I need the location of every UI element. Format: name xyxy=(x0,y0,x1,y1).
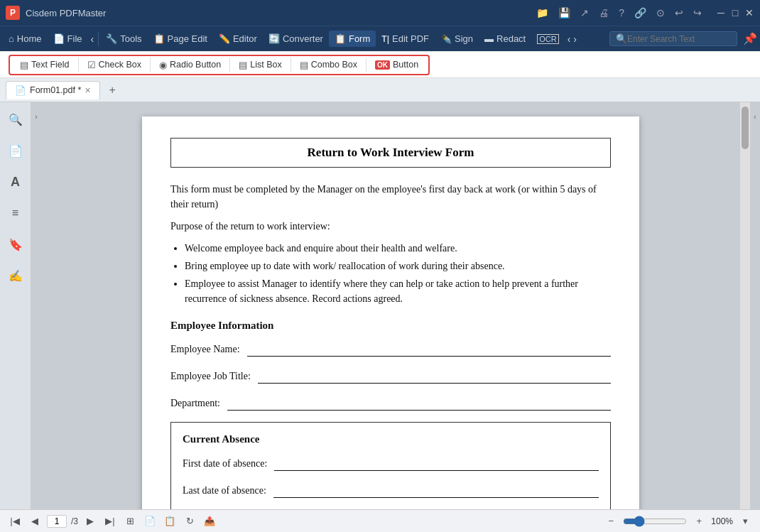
pdf-absence-field-first: First date of absence: xyxy=(183,455,599,471)
title-print-icon[interactable]: 🖨 xyxy=(599,7,609,18)
fit-page-button[interactable]: ⊞ xyxy=(122,514,138,529)
go-last-button[interactable]: ▶| xyxy=(102,514,118,529)
menu-file[interactable]: 📄 File xyxy=(48,31,88,47)
pdf-body: This form must be completed by the Manag… xyxy=(170,182,611,509)
menu-form[interactable]: 📋 Form xyxy=(329,31,376,47)
sidebar-bookmarks-icon[interactable]: 🔖 xyxy=(4,233,27,256)
toolbar-divider-5 xyxy=(366,58,367,72)
tab-close-button[interactable]: ✕ xyxy=(85,86,91,95)
go-prev-button[interactable]: ◀ xyxy=(27,514,43,529)
button-button[interactable]: OK Button xyxy=(369,58,424,72)
title-help-icon[interactable]: ? xyxy=(619,7,624,18)
converter-icon: 🔄 xyxy=(268,33,280,44)
sidebar-annotations-icon[interactable]: ≡ xyxy=(4,202,27,224)
nav-more-arrow[interactable]: ‹ › xyxy=(565,31,580,48)
fit-content-button[interactable]: 📋 xyxy=(162,514,178,529)
title-folder-icon[interactable]: 📁 xyxy=(536,7,548,18)
title-bar-icons: 📁 💾 ↗ 🖨 ? 🔗 ⊙ ↩ ↪ xyxy=(536,7,702,18)
pin-icon[interactable]: 📌 xyxy=(743,32,757,45)
menu-sign[interactable]: ✒️ Sign xyxy=(435,31,479,47)
menu-tools[interactable]: 🔧 Tools xyxy=(100,31,147,47)
title-redo-icon[interactable]: ↪ xyxy=(693,7,702,18)
sidebar-text-icon[interactable]: A xyxy=(4,170,27,193)
toolbar-divider-1 xyxy=(78,58,79,72)
radio-button-icon: ◉ xyxy=(159,60,167,70)
toolbar-divider-3 xyxy=(229,58,230,72)
title-undo-icon[interactable]: ↩ xyxy=(675,7,683,18)
combo-box-button[interactable]: ▤ Combo Box xyxy=(294,58,363,72)
sidebar-search-icon[interactable]: 🔍 xyxy=(4,108,27,131)
menu-redact[interactable]: ▬ Redact xyxy=(479,31,531,47)
list-box-button[interactable]: ▤ List Box xyxy=(233,58,287,72)
pdf-field-department-line xyxy=(227,395,611,411)
pdf-bullet-2: Bring employee up to date with work/ rea… xyxy=(185,259,611,273)
scrollbar[interactable] xyxy=(740,102,750,509)
sidebar-signatures-icon[interactable]: ✍ xyxy=(4,264,27,287)
fit-width-button[interactable]: 📄 xyxy=(142,514,158,529)
maximize-button[interactable]: □ xyxy=(730,8,740,18)
sidebar-collapse-left[interactable]: › xyxy=(31,102,41,131)
rotate-button[interactable]: ↻ xyxy=(182,514,197,529)
left-sidebar: 🔍 📄 A ≡ 🔖 ✍ xyxy=(0,102,31,509)
title-share-icon[interactable]: ↗ xyxy=(580,7,589,18)
redact-icon: ▬ xyxy=(484,33,494,44)
search-icon: 🔍 xyxy=(616,33,627,44)
pdf-field-department: Department: xyxy=(170,395,611,411)
editor-icon: ✏️ xyxy=(219,33,230,44)
pdf-absence-box: Current Absence First date of absence: L… xyxy=(170,422,611,510)
extract-button[interactable]: 📤 xyxy=(202,514,217,529)
nav-back-arrow[interactable]: ‹ xyxy=(88,31,97,48)
tab-add-button[interactable]: + xyxy=(104,82,120,98)
pdf-purpose-heading: Purpose of the return to work interview: xyxy=(170,219,611,234)
pdf-absence-last-label: Last date of absence: xyxy=(183,483,266,498)
page-number-input[interactable] xyxy=(47,515,67,528)
pdf-field-job-title-line xyxy=(258,368,611,384)
pdf-intro: This form must be completed by the Manag… xyxy=(170,182,611,212)
ocr-icon: OCR xyxy=(537,34,558,44)
pdf-employee-section: Employee Information xyxy=(170,317,611,334)
go-first-button[interactable]: |◀ xyxy=(7,514,23,529)
title-bar: P Cisdem PDFMaster 📁 💾 ↗ 🖨 ? 🔗 ⊙ ↩ ↪ ─ □… xyxy=(0,0,760,26)
menu-page-edit[interactable]: 📋 Page Edit xyxy=(148,31,213,47)
pdf-absence-first-label: First date of absence: xyxy=(183,456,267,471)
title-save-icon[interactable]: 💾 xyxy=(558,7,570,18)
page-total: /3 xyxy=(71,516,78,526)
search-input[interactable] xyxy=(627,34,727,44)
bottom-bar: |◀ ◀ /3 ▶ ▶| ⊞ 📄 📋 ↻ 📤 − + 100% ▾ xyxy=(0,509,760,532)
radio-button-button[interactable]: ◉ Radio Button xyxy=(153,58,227,72)
minimize-button[interactable]: ─ xyxy=(716,8,726,18)
pdf-absence-last-line xyxy=(273,482,599,498)
toolbar-divider-2 xyxy=(150,58,151,72)
file-icon: 📄 xyxy=(53,33,65,44)
tab-form01[interactable]: 📄 Form01.pdf * ✕ xyxy=(6,81,100,99)
sidebar-pages-icon[interactable]: 📄 xyxy=(4,139,27,162)
list-box-icon: ▤ xyxy=(239,60,247,70)
menu-editor[interactable]: ✏️ Editor xyxy=(213,31,263,47)
zoom-dropdown-button[interactable]: ▾ xyxy=(737,514,753,529)
pdf-field-name: Employee Name: xyxy=(170,341,611,357)
sidebar-collapse-right[interactable]: ‹ xyxy=(750,102,760,131)
form-toolbar-group: ▤ Text Field ☑ Check Box ◉ Radio Button … xyxy=(9,55,430,75)
check-box-button[interactable]: ☑ Check Box xyxy=(82,58,147,72)
search-box[interactable]: 🔍 xyxy=(609,31,737,46)
pdf-area[interactable]: Return to Work Interview Form This form … xyxy=(41,102,740,509)
pdf-bullet-list: Welcome employee back and enquire about … xyxy=(185,241,611,306)
pdf-field-job-title-label: Employee Job Title: xyxy=(170,369,251,384)
pdf-field-department-label: Department: xyxy=(170,396,220,411)
pdf-field-name-line xyxy=(247,341,611,357)
menu-ocr[interactable]: OCR xyxy=(531,31,564,47)
menu-home[interactable]: ⌂ Home xyxy=(3,31,48,47)
window-controls: ─ □ ✕ xyxy=(716,8,754,18)
title-bookmark-icon[interactable]: 🔗 xyxy=(634,7,646,18)
title-circle-icon[interactable]: ⊙ xyxy=(656,7,665,18)
menu-converter[interactable]: 🔄 Converter xyxy=(263,31,329,47)
zoom-in-button[interactable]: + xyxy=(691,514,707,529)
close-button[interactable]: ✕ xyxy=(744,8,754,18)
scroll-thumb[interactable] xyxy=(742,107,749,149)
text-field-button[interactable]: ▤ Text Field xyxy=(14,58,75,72)
zoom-out-button[interactable]: − xyxy=(603,514,619,529)
toolbar-divider-4 xyxy=(291,58,291,72)
go-next-button[interactable]: ▶ xyxy=(82,514,98,529)
menu-edit-pdf[interactable]: T| Edit PDF xyxy=(376,31,435,47)
zoom-slider[interactable] xyxy=(623,516,687,527)
